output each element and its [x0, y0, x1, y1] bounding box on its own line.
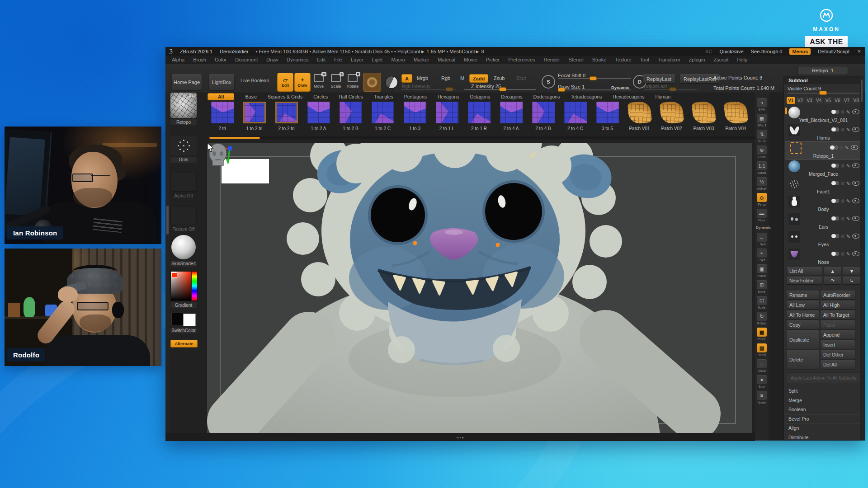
dynamic-label[interactable]: Dynamic: [611, 85, 629, 90]
switch-color[interactable]: SwitchColor: [170, 313, 197, 333]
tab-v4[interactable]: V4: [815, 97, 823, 104]
paint-icon[interactable]: ✎: [846, 181, 850, 186]
all-to-home-button[interactable]: All To Home: [787, 310, 819, 319]
move-nav-button[interactable]: ⊞Move: [756, 280, 768, 294]
eye-icon[interactable]: [852, 109, 859, 114]
texture-off-thumbnail[interactable]: [170, 206, 197, 225]
pattern-tile[interactable]: 2 tri: [209, 102, 235, 131]
current-stroke-slot[interactable]: Dots: [170, 136, 197, 163]
visible-count-slider[interactable]: Visible Count 9: [788, 86, 859, 91]
eye-icon[interactable]: [852, 181, 859, 186]
pattern-tile[interactable]: 2 to 1 R: [466, 102, 492, 131]
menu-material[interactable]: Material: [438, 57, 455, 62]
scale-tool-button[interactable]: S Scale: [329, 74, 343, 89]
patch-tile[interactable]: Patch V01: [627, 102, 652, 131]
tab-v5[interactable]: V5: [824, 97, 833, 104]
autoreorder-button[interactable]: AutoReorder: [821, 291, 855, 299]
see-through-slider[interactable]: See-through 0: [751, 49, 783, 54]
tab-v6[interactable]: V6: [833, 97, 842, 104]
patch-tile[interactable]: Patch V02: [659, 102, 684, 131]
subtool-row-merged-face[interactable]: ✎ Merged_Face: [784, 160, 863, 177]
close-icon[interactable]: ×: [857, 48, 862, 55]
polypaint-toggle[interactable]: [831, 110, 839, 114]
bevel-pro-item[interactable]: Bevel Pro: [784, 415, 863, 424]
pattern-tile[interactable]: 2 to 2 tri: [274, 102, 299, 131]
polypaint-toggle[interactable]: [831, 181, 839, 185]
pattern-tile[interactable]: 3 to 5: [594, 102, 620, 131]
subtool-thumbnail-nose[interactable]: [788, 249, 800, 260]
scrollbar-handle[interactable]: [209, 137, 260, 139]
pattern-tile[interactable]: 1 to 2 A: [306, 102, 331, 131]
tab-pentagons[interactable]: Pentagons: [404, 94, 427, 99]
primary-color-swatch[interactable]: [171, 313, 184, 325]
move-into-button[interactable]: ↳: [843, 277, 860, 284]
menu-texture[interactable]: Texture: [615, 57, 631, 62]
paint-icon[interactable]: ✎: [846, 164, 850, 168]
pattern-tile[interactable]: 1 to 3: [402, 102, 428, 131]
alternate-button[interactable]: Alternate: [170, 340, 198, 347]
subtool-row-nose[interactable]: ✎ Nose: [784, 248, 863, 265]
tab-triangles[interactable]: Triangles: [374, 94, 393, 99]
solo-button[interactable]: ●Solo: [756, 375, 768, 389]
pattern-strip-scrollbar[interactable]: [208, 136, 755, 139]
secondary-color-swatch[interactable]: [183, 314, 196, 326]
menu-macro[interactable]: Macro: [391, 57, 405, 62]
dots-stroke-thumbnail[interactable]: [170, 136, 197, 155]
menu-document[interactable]: Document: [235, 57, 258, 62]
all-to-target-button[interactable]: All To Target: [821, 310, 855, 319]
stroke-preview-icon[interactable]: [383, 74, 400, 90]
append-button[interactable]: Append: [821, 330, 855, 339]
menu-dynamics[interactable]: Dynamics: [287, 57, 308, 62]
paint-icon[interactable]: ✎: [846, 199, 850, 203]
tab-circles[interactable]: Circles: [313, 94, 328, 99]
menu-alpha[interactable]: Alpha: [172, 57, 184, 62]
menu-draw[interactable]: Draw: [266, 57, 278, 62]
subtool-row-retopo-selected[interactable]: ✎ Retopo_1: [785, 141, 862, 160]
left-divider-scrollbar[interactable]: [165, 93, 170, 433]
frame-button[interactable]: ▣Frame: [756, 264, 768, 278]
merge-item[interactable]: Merge: [784, 396, 863, 406]
tab-basic[interactable]: Basic: [245, 94, 257, 99]
edit-mode-button[interactable]: ▱ Edit: [277, 73, 293, 92]
paste-button[interactable]: Paste: [821, 320, 855, 329]
a-toggle-button[interactable]: A: [401, 74, 412, 83]
focal-shift-icon[interactable]: S: [542, 75, 555, 89]
tab-human[interactable]: Human: [655, 94, 670, 99]
menu-preferences[interactable]: Preferences: [508, 57, 535, 62]
toggle-dim[interactable]: [841, 164, 844, 168]
new-folder-button[interactable]: New Folder: [787, 277, 822, 284]
tab-v1[interactable]: V1: [787, 97, 795, 104]
eye-icon[interactable]: [851, 145, 858, 150]
paint-icon[interactable]: ✎: [845, 145, 849, 150]
lightbox-button[interactable]: LightBox: [209, 74, 234, 90]
subtool-thumbnail-face[interactable]: [788, 160, 800, 172]
default-zscript-button[interactable]: DefaultZScript: [818, 49, 849, 54]
adjust-last-slider[interactable]: AdjustLast: [644, 84, 697, 90]
pattern-tile[interactable]: 2 to 1 L: [434, 102, 460, 131]
live-boolean-button[interactable]: Live Boolean: [241, 78, 269, 83]
tab-hexadecagons[interactable]: Hexadecagons: [613, 94, 644, 99]
tab-decagons[interactable]: Decagons: [501, 94, 522, 99]
scrollbar-handle[interactable]: [861, 80, 863, 102]
actual-button[interactable]: 1:1Actual: [756, 161, 768, 175]
pattern-tile[interactable]: 1 to 2 C: [370, 102, 396, 131]
tab-octagons[interactable]: Octagons: [470, 94, 490, 99]
del-all-button[interactable]: Del All: [821, 360, 855, 369]
floor-button[interactable]: ▬Floor: [756, 209, 768, 222]
xpose-button[interactable]: ≡Xpose: [756, 391, 768, 404]
pattern-tile[interactable]: 1 to 2 tri: [241, 102, 267, 131]
duplicate-button[interactable]: Duplicate: [787, 330, 819, 349]
polypaint-toggle[interactable]: [831, 252, 839, 256]
polyf-button[interactable]: ▦PolyF: [756, 328, 768, 341]
ghost-button[interactable]: ◌Ghost: [756, 359, 768, 373]
zcut-button[interactable]: Zcut: [516, 75, 526, 81]
eye-icon[interactable]: [852, 163, 859, 168]
pattern-tile[interactable]: 2 to 4 C: [562, 102, 588, 131]
toggle-dim[interactable]: [841, 182, 844, 185]
current-texture-slot[interactable]: Texture Off: [170, 206, 197, 232]
menu-help[interactable]: Help: [737, 57, 748, 62]
color-swatches[interactable]: [170, 313, 197, 326]
subtool-thumbnail-sphere[interactable]: [788, 107, 800, 118]
menu-light[interactable]: Light: [372, 57, 383, 62]
all-high-button[interactable]: All High: [821, 300, 855, 309]
